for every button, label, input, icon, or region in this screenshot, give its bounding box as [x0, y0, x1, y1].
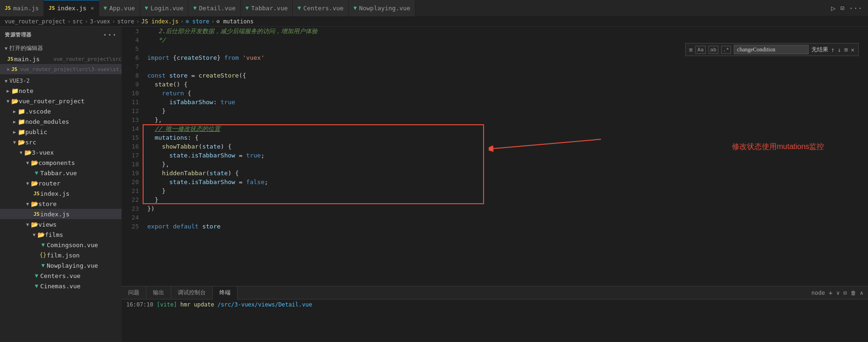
- vue-icon: ▼: [354, 5, 357, 11]
- sidebar-item-components[interactable]: ▼ 📂 components: [0, 157, 122, 168]
- find-next-icon[interactable]: ↓: [838, 46, 841, 53]
- tab-tabbar-vue-label: Tabbar.vue: [251, 5, 288, 12]
- find-prev-icon[interactable]: ↑: [831, 46, 835, 53]
- chevron-right-icon: ▶: [13, 129, 16, 135]
- tab-tabbar-vue[interactable]: ▼ Tabbar.vue: [241, 0, 293, 16]
- sidebar-item-router[interactable]: ▼ 📂 router: [0, 178, 122, 188]
- js-icon: JS: [33, 211, 40, 217]
- terminal-node-label: node: [811, 290, 825, 296]
- find-options-aa[interactable]: Aa: [695, 46, 705, 54]
- split-editor-icon[interactable]: ⊡: [840, 4, 844, 12]
- sidebar-item-src[interactable]: ▼ 📂 src: [0, 137, 122, 147]
- vue3-2-section[interactable]: ▼ VUE3-2: [0, 76, 122, 86]
- vue-icon: ▼: [39, 242, 47, 248]
- chevron-down-icon: ▼: [26, 201, 29, 207]
- breadcrumb-sep: ›: [181, 18, 184, 25]
- tab-app-vue[interactable]: ▼ App.vue: [99, 0, 140, 16]
- sidebar-item-tabbar-vue[interactable]: ▼ Tabbar.vue: [0, 168, 122, 178]
- sidebar-item-router-index-js[interactable]: JS index.js: [0, 188, 122, 199]
- find-close-btn[interactable]: ✕: [851, 46, 854, 53]
- tab-detail-vue[interactable]: ▼ Detail.vue: [188, 0, 241, 16]
- chevron-right-icon: ▶: [7, 88, 9, 93]
- breadcrumb-sep: ›: [211, 18, 214, 25]
- chevron-down-icon: ▼: [5, 78, 7, 84]
- sidebar-item-note[interactable]: ▶ 📁 note: [0, 86, 122, 96]
- tab-nowplaying-vue[interactable]: ▼ Nowplaying.vue: [349, 0, 416, 16]
- run-icon[interactable]: ▷: [831, 4, 836, 13]
- sidebar-item-node-modules[interactable]: ▶ 📁 node_modules: [0, 116, 122, 127]
- breadcrumb-sep: ›: [136, 18, 139, 25]
- close-icon[interactable]: ✕: [7, 66, 10, 72]
- open-file-index-js[interactable]: ✕ JS index.js vue_router_project\src\3-v…: [0, 64, 122, 74]
- open-editors-section[interactable]: ▼ 打开的编辑器: [0, 43, 122, 54]
- sidebar-item-centers-vue[interactable]: ▼ Centers.vue: [0, 271, 122, 281]
- tab-terminal[interactable]: 终端: [213, 286, 238, 299]
- js-icon: JS: [11, 66, 18, 72]
- folder-name: public: [25, 128, 122, 135]
- tab-debug-console[interactable]: 调试控制台: [171, 286, 213, 299]
- breadcrumb-part[interactable]: vue_router_project: [5, 18, 65, 25]
- find-options-regex[interactable]: .*: [721, 46, 731, 54]
- breadcrumb-part[interactable]: ⊙ store: [186, 18, 210, 25]
- folder-name: vue_router_project: [19, 98, 122, 105]
- code-line: state.isTabbarShow = false;: [147, 178, 868, 186]
- code-line: state() {: [147, 80, 868, 89]
- folder-icon: 📁: [18, 118, 25, 125]
- breadcrumb-sep: ›: [67, 18, 71, 25]
- sidebar-item-vue-router-project[interactable]: ▼ 📂 vue_router_project: [0, 96, 122, 106]
- tab-main-js[interactable]: JS main.js: [0, 0, 44, 16]
- vue-icon: ▼: [145, 5, 148, 11]
- sidebar-item-film-json[interactable]: {} film.json: [0, 250, 122, 260]
- code-line: },: [147, 160, 868, 169]
- find-options-ab[interactable]: ab: [709, 46, 718, 54]
- chevron-right-icon: ▶: [13, 119, 16, 124]
- sidebar-item-store[interactable]: ▼ 📂 store: [0, 199, 122, 209]
- sidebar-item-nowplaying-vue[interactable]: ▼ Nowplaying.vue: [0, 260, 122, 271]
- editor-area[interactable]: 3 4 5 6 7 8 9 10 11 12 13 14 15 16 17 18: [122, 27, 868, 286]
- sidebar-item-3-vuex[interactable]: ▼ 📂 3-vuex: [0, 147, 122, 157]
- chevron-down-icon: ▼: [5, 46, 7, 51]
- chevron-down-icon: ▼: [7, 99, 9, 104]
- terminal-expand-icon[interactable]: ∧: [860, 290, 863, 296]
- sidebar-header: 资源管理器 ···: [0, 27, 122, 43]
- terminal-chevron-icon[interactable]: ∨: [836, 290, 839, 296]
- vue-icon: ▼: [193, 5, 196, 11]
- file-name: Comingsoon.vue: [47, 242, 122, 249]
- js-icon: JS: [7, 56, 14, 62]
- sidebar-item-films[interactable]: ▼ 📂 films: [0, 229, 122, 240]
- find-close-icon[interactable]: ≡: [844, 46, 848, 53]
- tab-index-js[interactable]: JS index.js ✕: [44, 0, 99, 16]
- folder-name: node_modules: [25, 118, 122, 125]
- folder-open-icon: 📂: [11, 98, 19, 105]
- code-line: }: [147, 195, 868, 204]
- sidebar-item-public[interactable]: ▶ 📁 public: [0, 127, 122, 137]
- sidebar-item-store-index-js[interactable]: JS index.js: [0, 209, 122, 219]
- code-content: 修改状态使用mutations监控 2.后仕部分开发数据，减少后端服务的访问，增…: [143, 27, 868, 286]
- more-options-icon[interactable]: ···: [849, 4, 862, 13]
- tab-output[interactable]: 输出: [146, 286, 171, 299]
- breadcrumb-part[interactable]: JS index.js: [141, 18, 178, 25]
- breadcrumb-part[interactable]: 3-vuex: [90, 18, 110, 25]
- sidebar-item-cinemas-vue[interactable]: ▼ Cinemas.vue: [0, 281, 122, 291]
- sidebar-more-icon[interactable]: ···: [103, 30, 117, 39]
- tab-centers-vue[interactable]: ▼ Centers.vue: [293, 0, 348, 16]
- find-input[interactable]: [734, 45, 809, 54]
- chevron-down-icon: ▼: [13, 140, 16, 145]
- terminal-split-icon[interactable]: ⊡: [844, 290, 847, 296]
- terminal-add-icon[interactable]: +: [829, 289, 832, 297]
- chevron-down-icon: ▼: [26, 160, 29, 165]
- chevron-down-icon: ▼: [33, 232, 36, 237]
- sidebar-item-comingsoon-vue[interactable]: ▼ Comingsoon.vue: [0, 240, 122, 250]
- open-file-main-js[interactable]: JS main.js vue_router_project\src: [0, 54, 122, 64]
- sidebar-item-vscode[interactable]: ▶ 📁 .vscode: [0, 106, 122, 116]
- breadcrumb-current: ⊘ mutations: [217, 18, 253, 25]
- tab-login-vue[interactable]: ▼ Login.vue: [140, 0, 189, 16]
- folder-icon: 📁: [18, 128, 25, 135]
- tab-problems[interactable]: 问题: [122, 286, 146, 299]
- tab-bar: JS main.js JS index.js ✕ ▼ App.vue ▼ Log…: [0, 0, 868, 16]
- close-icon[interactable]: ✕: [91, 5, 94, 11]
- breadcrumb-part[interactable]: src: [72, 18, 83, 25]
- breadcrumb-part[interactable]: store: [117, 18, 134, 25]
- terminal-trash-icon[interactable]: 🗑: [851, 290, 856, 296]
- sidebar-item-views[interactable]: ▼ 📂 views: [0, 219, 122, 229]
